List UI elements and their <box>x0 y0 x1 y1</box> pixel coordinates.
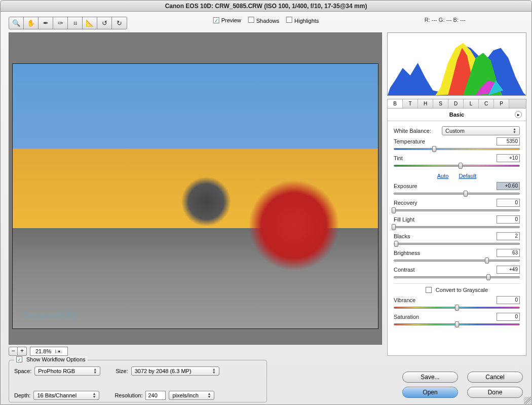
preview-area[interactable]: OceanofEXE <box>9 32 382 345</box>
preview-label: Preview <box>221 17 241 23</box>
temperature-value[interactable]: 5350 <box>497 137 520 145</box>
saturation-slider[interactable]: Saturation0 <box>394 313 520 327</box>
zoom-in-button[interactable]: + <box>18 347 27 356</box>
zoom-out-button[interactable]: − <box>9 347 18 356</box>
depth-select[interactable]: 16 Bits/Channel▲▼ <box>33 391 99 400</box>
white-balance-label: White Balance: <box>394 128 442 134</box>
eyedropper-icon[interactable]: ✒ <box>39 17 53 29</box>
rgb-readout: R: --- G: --- B: --- <box>425 17 466 23</box>
auto-link[interactable]: Auto <box>437 173 449 179</box>
tint-slider[interactable]: Tint+10 <box>394 154 520 169</box>
watermark: OceanofEXE <box>23 311 78 321</box>
hand-tool-icon[interactable]: ✋ <box>24 17 39 29</box>
exposure-slider[interactable]: Exposure+0.60 <box>394 182 520 197</box>
contrast-slider[interactable]: Contrast+49 <box>394 266 520 280</box>
tab-detail[interactable]: D <box>448 99 464 108</box>
tint-value[interactable]: +10 <box>497 154 520 162</box>
fill-light-slider[interactable]: Fill Light0 <box>394 215 520 230</box>
zoom-value[interactable]: 21.8% ▼ <box>30 347 68 356</box>
space-select[interactable]: ProPhoto RGB▲▼ <box>34 366 100 376</box>
highlights-checkbox[interactable]: Highlights <box>286 17 319 24</box>
default-link[interactable]: Default <box>459 173 476 179</box>
tab-hsl[interactable]: H <box>418 99 433 108</box>
blacks-value[interactable]: 2 <box>497 232 520 240</box>
workflow-legend-checkbox[interactable]: Show Workflow Options <box>14 356 88 362</box>
window-title: Canon EOS 10D: CRW_5085.CRW (ISO 100, 1/… <box>1 1 531 12</box>
workflow-options: Show Workflow Options Space: ProPhoto RG… <box>9 360 267 402</box>
contrast-value[interactable]: +49 <box>497 266 520 274</box>
resolution-unit-select[interactable]: pixels/inch▲▼ <box>169 391 214 400</box>
preview-checkbox[interactable]: Preview <box>213 17 241 24</box>
panel-tabs: B T H S D L C P <box>387 99 526 108</box>
temperature-slider[interactable]: Temperature5350 <box>394 137 520 152</box>
brightness-value[interactable]: 63 <box>497 249 520 257</box>
panel-flyout-icon[interactable]: ▸ <box>515 111 522 118</box>
cancel-button[interactable]: Cancel <box>467 372 523 383</box>
rotate-ccw-icon[interactable]: ↺ <box>97 17 112 29</box>
exposure-value[interactable]: +0.60 <box>497 182 520 190</box>
crop-tool-icon[interactable]: ⌗ <box>68 17 83 29</box>
vibrance-value[interactable]: 0 <box>497 296 520 304</box>
fill-light-value[interactable]: 0 <box>497 215 520 224</box>
white-balance-select[interactable]: Custom▲▼ <box>442 126 520 135</box>
zoom-tool-icon[interactable]: 🔍 <box>9 17 24 29</box>
shadows-label: Shadows <box>256 18 279 24</box>
straighten-tool-icon[interactable]: 📐 <box>83 17 97 29</box>
brightness-slider[interactable]: Brightness63 <box>394 249 520 264</box>
resolution-label: Resolution: <box>115 392 142 398</box>
tab-presets[interactable]: P <box>494 99 509 108</box>
resolution-input[interactable]: 240 <box>145 391 166 400</box>
tab-tone-curve[interactable]: T <box>403 99 418 108</box>
tab-lens[interactable]: L <box>464 99 479 108</box>
blacks-slider[interactable]: Blacks2 <box>394 232 520 247</box>
color-sampler-icon[interactable]: ✑ <box>53 17 68 29</box>
histogram <box>387 32 526 96</box>
shadows-checkbox[interactable]: Shadows <box>248 17 279 24</box>
tab-basic[interactable]: B <box>388 99 403 108</box>
space-label: Space: <box>14 368 31 374</box>
panel-header: Basic ▸ <box>388 108 526 121</box>
camera-raw-window: Canon EOS 10D: CRW_5085.CRW (ISO 100, 1/… <box>0 0 532 405</box>
rotate-cw-icon[interactable]: ↻ <box>112 17 127 29</box>
grayscale-checkbox[interactable]: Convert to Grayscale <box>394 287 520 293</box>
size-label: Size: <box>116 368 128 374</box>
tab-split[interactable]: S <box>433 99 448 108</box>
saturation-value[interactable]: 0 <box>497 313 520 321</box>
tool-strip: 🔍 ✋ ✒ ✑ ⌗ 📐 ↺ ↻ <box>9 17 127 29</box>
done-button[interactable]: Done <box>467 387 523 398</box>
highlights-label: Highlights <box>294 18 319 24</box>
recovery-slider[interactable]: Recovery0 <box>394 199 520 213</box>
save-button[interactable]: Save... <box>402 372 458 383</box>
depth-label: Depth: <box>14 392 30 398</box>
tab-calibrate[interactable]: C <box>479 99 494 108</box>
zoom-dropdown-icon[interactable]: ▼ <box>55 350 62 353</box>
size-select[interactable]: 3072 by 2048 (6.3 MP)▲▼ <box>131 366 219 376</box>
photo-preview: OceanofEXE <box>12 63 378 329</box>
open-button[interactable]: Open <box>402 387 458 398</box>
vibrance-slider[interactable]: Vibrance0 <box>394 296 520 311</box>
recovery-value[interactable]: 0 <box>497 199 520 207</box>
resize-grip-icon[interactable] <box>524 397 531 404</box>
